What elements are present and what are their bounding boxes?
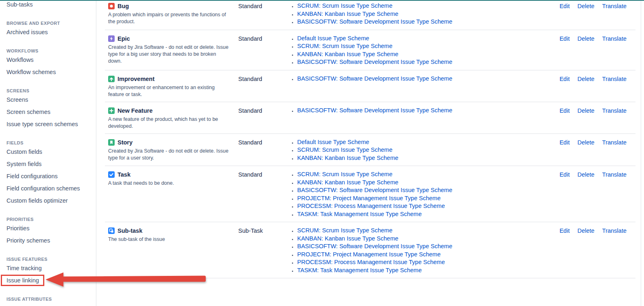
- scheme-list-item: BASICSOFTW: Software Development Issue T…: [297, 243, 550, 251]
- scheme-link-projectm-project-management-issue-type-scheme[interactable]: PROJECTM: Project Management Issue Type …: [297, 195, 441, 201]
- scheme-link-scrum-scrum-issue-type-scheme[interactable]: SCRUM: Scrum Issue Type Scheme: [297, 146, 392, 153]
- row-actions: EditDeleteTranslate: [550, 3, 635, 9]
- scheme-list-item: BASICSOFTW: Software Development Issue T…: [297, 186, 550, 195]
- scheme-link-taskm-task-management-issue-type-scheme[interactable]: TASKM: Task Management Issue Type Scheme: [297, 267, 422, 273]
- edit-link[interactable]: Edit: [559, 107, 570, 114]
- scheme-link-projectm-project-management-issue-type-scheme[interactable]: PROJECTM: Project Management Issue Type …: [297, 251, 441, 258]
- issue-type-cell: BugA problem which impairs or prevents t…: [108, 3, 238, 25]
- row-actions: EditDeleteTranslate: [550, 139, 635, 146]
- issue-type-cell: TaskA task that needs to be done.: [108, 171, 238, 187]
- sidebar-item-priority-schemes[interactable]: Priority schemes: [0, 234, 96, 247]
- scheme-list-item: BASICSOFTW: Software Development Issue T…: [297, 75, 550, 83]
- issue-type-description: Created by Jira Software - do not edit o…: [108, 148, 231, 162]
- edit-link[interactable]: Edit: [559, 227, 570, 234]
- translate-link[interactable]: Translate: [602, 139, 627, 146]
- scheme-link-processm-process-management-issue-type-scheme[interactable]: PROCESSM: Process Management Issue Type …: [297, 203, 445, 209]
- edit-link[interactable]: Edit: [559, 35, 570, 42]
- scheme-link-basicsoftw-software-development-issue-type-scheme[interactable]: BASICSOFTW: Software Development Issue T…: [297, 107, 452, 114]
- delete-link[interactable]: Delete: [577, 107, 594, 114]
- related-schemes-cell: SCRUM: Scrum Issue Type SchemeKANBAN: Ka…: [289, 170, 550, 218]
- issue-type-row-epic: EpicCreated by Jira Software - do not ed…: [105, 30, 635, 70]
- sidebar-section-header-browse-and-export: BROWSE AND EXPORT: [0, 20, 96, 26]
- issue-type-description: A task that needs to be done.: [108, 180, 231, 187]
- scheme-link-basicsoftw-software-development-issue-type-scheme[interactable]: BASICSOFTW: Software Development Issue T…: [297, 59, 452, 65]
- sidebar-item-system-fields[interactable]: System fields: [0, 158, 96, 170]
- translate-link[interactable]: Translate: [602, 35, 627, 42]
- sidebar-item-sub-tasks[interactable]: Sub-tasks: [0, 1, 96, 11]
- edit-link[interactable]: Edit: [559, 139, 570, 146]
- sidebar-item-workflows[interactable]: Workflows: [0, 54, 96, 66]
- scheme-link-scrum-scrum-issue-type-scheme[interactable]: SCRUM: Scrum Issue Type Scheme: [297, 43, 392, 49]
- delete-link[interactable]: Delete: [577, 3, 594, 9]
- sidebar-item-archived-issues[interactable]: Archived issues: [0, 26, 96, 38]
- sidebar-item-label: Archived issues: [7, 29, 48, 35]
- row-actions: EditDeleteTranslate: [550, 35, 635, 42]
- issue-type-name: Bug: [117, 3, 129, 9]
- sidebar-item-issue-linking[interactable]: Issue linking: [0, 274, 96, 286]
- sidebar-item-custom-fields[interactable]: Custom fields: [0, 146, 96, 158]
- sidebar-item-field-configurations[interactable]: Field configurations: [0, 170, 96, 182]
- scheme-link-taskm-task-management-issue-type-scheme[interactable]: TASKM: Task Management Issue Type Scheme: [297, 211, 422, 217]
- row-actions: EditDeleteTranslate: [550, 76, 635, 82]
- sidebar-section-header-workflows: WORKFLOWS: [0, 48, 96, 54]
- translate-link[interactable]: Translate: [602, 3, 627, 9]
- scheme-list-item: Default Issue Type Scheme: [297, 35, 550, 43]
- scheme-link-basicsoftw-software-development-issue-type-scheme[interactable]: BASICSOFTW: Software Development Issue T…: [297, 75, 452, 82]
- scheme-link-basicsoftw-software-development-issue-type-scheme[interactable]: BASICSOFTW: Software Development Issue T…: [297, 18, 452, 25]
- sidebar-item-custom-fields-optimizer[interactable]: Custom fields optimizer: [0, 195, 96, 207]
- sidebar-item-issue-type-screen-schemes[interactable]: Issue type screen schemes: [0, 118, 96, 130]
- scheme-link-kanban-kanban-issue-type-scheme[interactable]: KANBAN: Kanban Issue Type Scheme: [297, 11, 398, 17]
- scheme-link-kanban-kanban-issue-type-scheme[interactable]: KANBAN: Kanban Issue Type Scheme: [297, 179, 398, 186]
- issue-type-row-new-feature: New FeatureA new feature of the product,…: [105, 102, 635, 134]
- scheme-list-item: SCRUM: Scrum Issue Type Scheme: [297, 42, 550, 50]
- scheme-link-default-issue-type-scheme[interactable]: Default Issue Type Scheme: [297, 35, 369, 42]
- scheme-link-kanban-kanban-issue-type-scheme[interactable]: KANBAN: Kanban Issue Type Scheme: [297, 51, 398, 57]
- sidebar-item-label: Sub-tasks: [7, 1, 33, 8]
- issue-type-title: Improvement: [108, 76, 238, 82]
- story-icon: [108, 139, 115, 146]
- edit-link[interactable]: Edit: [559, 76, 570, 82]
- sidebar-item-label: Field configuration schemes: [7, 185, 80, 192]
- edit-link[interactable]: Edit: [559, 171, 570, 178]
- translate-link[interactable]: Translate: [602, 107, 627, 114]
- sidebar-item-field-configuration-schemes[interactable]: Field configuration schemes: [0, 182, 96, 195]
- translate-link[interactable]: Translate: [602, 227, 627, 234]
- translate-link[interactable]: Translate: [602, 76, 627, 82]
- issue-type-cell: ImprovementAn improvement or enhancement…: [108, 76, 238, 98]
- scheme-list-item: BASICSOFTW: Software Development Issue T…: [297, 58, 550, 66]
- delete-link[interactable]: Delete: [577, 35, 594, 42]
- sidebar-item-screen-schemes[interactable]: Screen schemes: [0, 106, 96, 118]
- scheme-link-basicsoftw-software-development-issue-type-scheme[interactable]: BASICSOFTW: Software Development Issue T…: [297, 243, 452, 249]
- edit-link[interactable]: Edit: [559, 3, 570, 9]
- issue-type-row-story: StoryCreated by Jira Software - do not e…: [105, 134, 635, 166]
- scheme-link-default-issue-type-scheme[interactable]: Default Issue Type Scheme: [297, 139, 369, 145]
- scheme-link-kanban-kanban-issue-type-scheme[interactable]: KANBAN: Kanban Issue Type Scheme: [297, 235, 398, 242]
- translate-link[interactable]: Translate: [602, 171, 627, 178]
- issue-type-title: Sub-task: [108, 227, 238, 234]
- issue-type-kind: Standard: [238, 76, 289, 82]
- issue-type-name: Story: [117, 139, 133, 146]
- scheme-link-processm-process-management-issue-type-scheme[interactable]: PROCESSM: Process Management Issue Type …: [297, 259, 445, 265]
- sidebar-item-label: Field configurations: [7, 173, 58, 179]
- delete-link[interactable]: Delete: [577, 139, 594, 146]
- sidebar-item-workflow-schemes[interactable]: Workflow schemes: [0, 66, 96, 78]
- new-feature-icon: [108, 107, 115, 114]
- scheme-list-item: SCRUM: Scrum Issue Type Scheme: [297, 227, 550, 235]
- scheme-list-item: PROJECTM: Project Management Issue Type …: [297, 195, 550, 203]
- delete-link[interactable]: Delete: [577, 171, 594, 178]
- scheme-link-scrum-scrum-issue-type-scheme[interactable]: SCRUM: Scrum Issue Type Scheme: [297, 227, 392, 234]
- scheme-link-kanban-kanban-issue-type-scheme[interactable]: KANBAN: Kanban Issue Type Scheme: [297, 155, 398, 161]
- scheme-link-basicsoftw-software-development-issue-type-scheme[interactable]: BASICSOFTW: Software Development Issue T…: [297, 187, 452, 193]
- delete-link[interactable]: Delete: [577, 227, 594, 234]
- sidebar-item-priorities[interactable]: Priorities: [0, 222, 96, 234]
- delete-link[interactable]: Delete: [577, 76, 594, 82]
- issue-type-description: A new feature of the product, which has …: [108, 116, 231, 130]
- sidebar-item-screens[interactable]: Screens: [0, 94, 96, 106]
- issue-types-table: BugA problem which impairs or prevents t…: [105, 1, 635, 278]
- issue-type-description: Created by Jira Software - do not edit o…: [108, 44, 231, 65]
- sidebar-item-label: Issue linking: [7, 277, 39, 284]
- scheme-link-scrum-scrum-issue-type-scheme[interactable]: SCRUM: Scrum Issue Type Scheme: [297, 2, 392, 9]
- sidebar-item-label: Workflows: [7, 57, 34, 63]
- scheme-link-scrum-scrum-issue-type-scheme[interactable]: SCRUM: Scrum Issue Type Scheme: [297, 171, 392, 177]
- sidebar-item-time-tracking[interactable]: Time tracking: [0, 262, 96, 274]
